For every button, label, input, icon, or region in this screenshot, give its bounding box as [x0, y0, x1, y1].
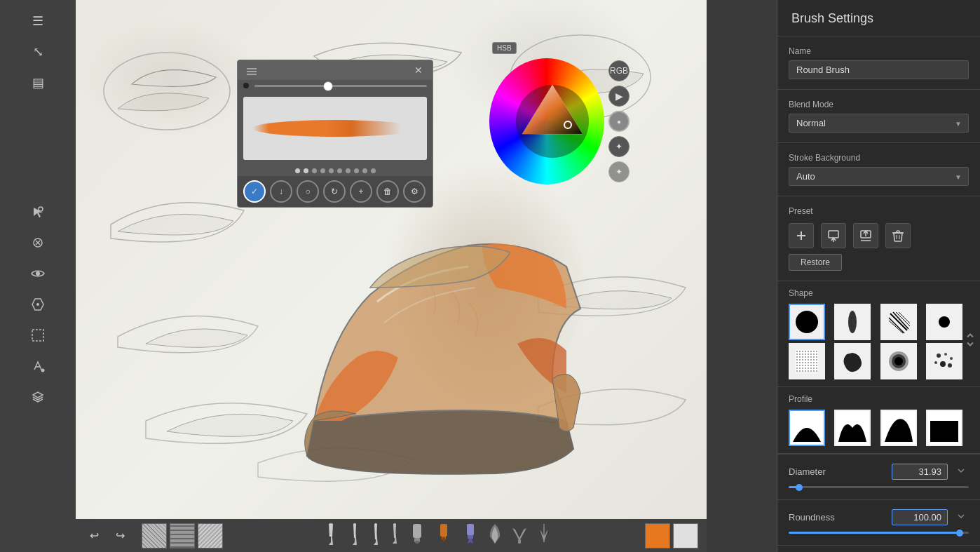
texture-swatch-1[interactable] [142, 523, 167, 548]
check-tool-button[interactable]: ✓ [243, 180, 266, 203]
preset-section: Preset [777, 196, 980, 281]
frame-icon[interactable] [25, 323, 50, 348]
size-dot-small [243, 83, 249, 88]
plus-button[interactable]: + [350, 180, 372, 203]
diameter-input[interactable] [892, 464, 948, 480]
export-preset-button[interactable] [853, 223, 878, 248]
down-arrow-button[interactable]: ↓ [270, 180, 292, 203]
left-sidebar: ☰ ⤡ ▤ [0, 0, 76, 552]
diameter-header: Diameter [789, 463, 969, 480]
svg-point-0 [39, 207, 43, 211]
texture-swatch-3[interactable] [198, 523, 223, 548]
restore-button[interactable]: Restore [789, 254, 842, 271]
undo-button[interactable]: ↩ [84, 526, 104, 545]
roundness-section: Roundness [777, 499, 980, 545]
brush-name-input[interactable] [789, 60, 969, 79]
profile-2[interactable] [834, 410, 871, 446]
roundness-slider[interactable] [789, 532, 969, 534]
brush-tool-3[interactable] [368, 521, 383, 551]
brush-tool-8[interactable] [486, 521, 504, 551]
brush-size-slider[interactable] [254, 85, 427, 87]
dot-5 [329, 168, 334, 173]
close-color-picker-button[interactable]: ✕ [410, 63, 427, 77]
brush-tools [234, 521, 639, 551]
svg-point-53 [934, 361, 937, 364]
svg-point-52 [950, 357, 953, 360]
add-preset-button[interactable] [789, 223, 814, 248]
brush-tool-10[interactable] [535, 521, 553, 551]
brush-tool-5[interactable] [406, 521, 428, 551]
color-wheel-container[interactable]: HSB [489, 42, 629, 182]
rotate-button[interactable]: ↻ [323, 180, 346, 203]
shape-round-circle[interactable] [789, 304, 825, 340]
profile-section: Profile [777, 387, 980, 453]
collapse-icon[interactable]: ⤡ [25, 39, 50, 65]
stroke-bg-wrapper: Auto None White Black ▼ [789, 167, 969, 186]
svg-point-49 [894, 357, 903, 365]
paint-bucket-icon[interactable] [25, 354, 50, 379]
svg-rect-21 [467, 524, 474, 535]
svg-point-6 [104, 53, 230, 130]
extra-button[interactable]: ✦ [608, 161, 629, 182]
brush-tool-9[interactable] [508, 521, 531, 551]
dot-4 [320, 168, 325, 173]
color-wheel[interactable] [489, 58, 604, 184]
shape-small-circle[interactable] [926, 304, 962, 340]
blend-mode-select[interactable]: Normal Multiply Screen Overlay Darken Li… [789, 114, 969, 133]
secondary-color-swatch[interactable] [673, 523, 698, 548]
shape-dots[interactable] [926, 343, 962, 379]
shape-fuzzy[interactable] [880, 343, 917, 379]
diameter-slider-thumb [796, 484, 803, 491]
import-preset-button[interactable] [821, 223, 846, 248]
shape-scroll-button[interactable] [965, 332, 976, 352]
canvas-area[interactable]: ✕ ✓ ↓ ○ ↻ + [76, 0, 707, 519]
brush-tool-6[interactable] [433, 521, 455, 551]
svg-point-20 [442, 537, 445, 541]
layers-icon[interactable] [25, 384, 50, 410]
roundness-input[interactable] [892, 509, 948, 525]
book-icon[interactable]: ▤ [25, 70, 50, 95]
settings-button[interactable]: ⚙ [403, 180, 426, 203]
circle-select-button[interactable]: ○ [297, 180, 319, 203]
transform-icon[interactable] [25, 230, 50, 255]
brush-tool-2[interactable] [346, 521, 364, 551]
svg-point-17 [415, 541, 419, 544]
delete-preset-button[interactable] [885, 223, 911, 248]
preset-label: Preset [789, 206, 969, 216]
profile-4[interactable] [926, 410, 962, 446]
svg-point-43 [939, 316, 950, 328]
dot-6 [337, 168, 342, 173]
brush-tool-1[interactable] [320, 521, 341, 551]
hsb-mode-button[interactable]: HSB [492, 42, 517, 54]
feather-section: Feather [777, 545, 980, 552]
primary-color-swatch[interactable] [645, 523, 670, 548]
fill-icon[interactable] [25, 292, 50, 317]
svg-rect-4 [32, 330, 43, 341]
svg-point-55 [948, 363, 952, 368]
roundness-expand-button[interactable] [953, 509, 969, 526]
svg-line-42 [899, 312, 910, 323]
eye-icon[interactable] [25, 261, 50, 286]
right-panel: Brush Settings Name Blend Mode Normal Mu… [777, 0, 980, 552]
brush-tool-4[interactable] [388, 521, 402, 551]
brush-tool-7[interactable] [459, 521, 482, 551]
menu-icon[interactable]: ☰ [25, 8, 50, 34]
trash-button[interactable]: 🗑 [376, 180, 399, 203]
dot-9 [362, 168, 367, 173]
profile-1[interactable] [789, 410, 825, 446]
profile-3[interactable] [880, 410, 917, 446]
redo-button[interactable]: ↪ [110, 526, 130, 545]
select-tool-icon[interactable] [25, 199, 50, 224]
shape-bristle[interactable] [880, 304, 917, 340]
stroke-bg-select[interactable]: Auto None White Black [789, 167, 969, 186]
diameter-section: Diameter [777, 454, 980, 499]
shape-oval[interactable] [834, 304, 871, 340]
blend-mode-section: Blend Mode Normal Multiply Screen Overla… [777, 90, 980, 142]
diameter-expand-button[interactable] [953, 463, 969, 480]
diameter-slider[interactable] [789, 486, 969, 488]
roundness-label: Roundness [789, 512, 835, 523]
shape-texture[interactable] [789, 343, 825, 379]
bottom-toolbar: ↩ ↪ [76, 519, 707, 552]
texture-swatch-2[interactable] [170, 523, 195, 548]
shape-blob[interactable] [834, 343, 871, 379]
